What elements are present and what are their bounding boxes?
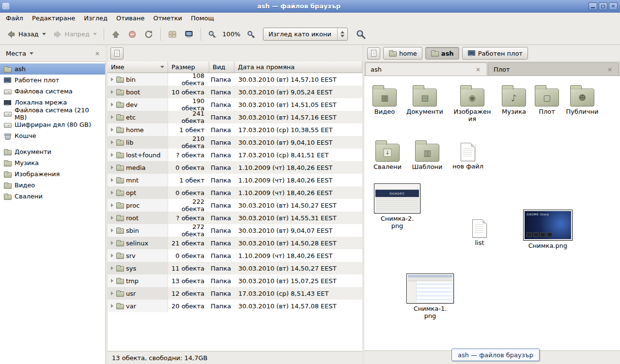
sidebar-selector-caret-icon[interactable] [30,52,33,55]
expander-icon[interactable] [111,191,113,195]
column-header-type[interactable]: Вид [209,61,234,73]
stop-button[interactable] [124,27,140,42]
expander-icon[interactable] [111,266,113,270]
table-row[interactable]: sys 11 обекта Папка 30.03.2010 (вт) 14,5… [108,262,362,274]
expander-icon[interactable] [111,90,113,94]
taskbar-window-button[interactable]: ash — файлов браузър [451,349,540,361]
expander-icon[interactable] [111,77,113,81]
expander-icon[interactable] [111,153,113,157]
table-row[interactable]: boot 10 обекта Папка 30.03.2010 (вт) 9,0… [108,86,362,98]
icon-item-pictures[interactable]: Изображения [452,85,493,123]
table-row[interactable]: home 1 обект Папка 17.03.2010 (ср) 10,38… [108,123,362,136]
maximize-button[interactable] [599,2,607,10]
icon-item-desktop[interactable]: Плот [527,85,567,116]
table-row[interactable]: mnt 1 обект Папка 1.10.2009 (чт) 18,40,2… [108,174,362,186]
expander-icon[interactable] [111,115,113,119]
table-row[interactable]: selinux 21 обекта Папка 30.03.2010 (вт) … [108,237,362,249]
sidebar-item[interactable]: Документи [0,146,105,157]
expander-icon[interactable] [111,254,113,258]
table-row[interactable]: bin 108 обекта Папка 30.03.2010 (вт) 14,… [108,73,362,86]
sidebar-item[interactable]: Работен плот [0,75,105,86]
sidebar-item[interactable]: ash [0,63,105,75]
menu-item[interactable]: Отиване [112,13,149,24]
table-row[interactable]: var 20 обекта Папка 30.03.2010 (вт) 14,5… [108,300,362,312]
home-button[interactable] [164,27,181,42]
sidebar-item[interactable]: Видео [0,180,105,191]
minimize-button[interactable] [589,2,597,10]
icon-item-snimka2[interactable]: GUADEC Снимка-2.png [373,183,421,230]
sidebar-item[interactable]: Музика [0,157,105,168]
sidebar-item[interactable]: Кошче [0,130,105,141]
search-button[interactable] [354,27,368,42]
icon-item-public[interactable]: Публични [562,85,603,116]
menu-item[interactable]: Помощ [186,13,218,24]
table-row[interactable]: dev 190 обекта Папка 30.03.2010 (вт) 14,… [108,98,362,111]
icon-item-templates[interactable]: Шаблони [407,140,448,171]
icon-item-snimka1[interactable]: Снимка-1.png [406,273,454,320]
expander-icon[interactable] [111,178,113,182]
location-toggle-button[interactable] [367,47,380,60]
reload-button[interactable] [140,27,157,42]
sidebar-item[interactable]: Файлова система (210 MB) [0,108,105,119]
computer-button[interactable] [181,27,197,42]
menu-item[interactable]: Изглед [79,13,112,24]
table-row[interactable]: proc 222 обекта Папка 30.03.2010 (вт) 14… [108,199,362,212]
icon-item-snimka[interactable]: GNOME Store Снимка.png [522,210,574,250]
expander-icon[interactable] [111,166,113,169]
expander-icon[interactable] [111,216,113,220]
location-toggle-button[interactable] [110,47,124,60]
table-row[interactable]: tmp 13 обекта Папка 30.03.2010 (вт) 15,0… [108,274,362,287]
table-row[interactable]: opt 0 обекта Папка 1.10.2009 (чт) 18,40,… [108,186,362,199]
table-row[interactable]: etc 241 обекта Папка 30.03.2010 (вт) 14,… [108,111,362,123]
breadcrumb-desktop[interactable]: Работен плот [462,47,528,60]
sidebar-item[interactable]: Шифриран дял (80 GB) [0,119,105,130]
menu-item[interactable]: Редактиране [28,13,79,24]
table-row[interactable]: media 0 обекта Папка 1.10.2009 (чт) 18,4… [108,161,362,174]
expander-icon[interactable] [111,140,113,144]
icon-item-downloads[interactable]: ↓ Свалени [367,140,408,171]
expander-icon[interactable] [111,291,113,295]
view-mode-spinner[interactable] [337,28,347,40]
expander-icon[interactable] [111,128,113,132]
tab-plot[interactable]: Плот [488,62,619,76]
table-row[interactable]: lib 210 обекта Папка 30.03.2010 (вт) 9,0… [108,136,362,149]
menu-item[interactable]: Отметки [149,13,186,24]
table-row[interactable]: srv 0 обекта Папка 1.10.2009 (чт) 18,40,… [108,249,362,262]
column-header-size[interactable]: Размер [168,61,209,73]
expander-icon[interactable] [111,279,113,283]
back-history-caret-icon[interactable] [42,33,46,35]
view-mode-select[interactable]: Изглед като икони [263,28,348,41]
breadcrumb-home[interactable]: home [383,47,422,60]
table-row[interactable]: lost+found ? обекта Папка 17.03.2010 (ср… [108,149,362,161]
icon-item-new-file[interactable]: нов файл [448,141,488,170]
expander-icon[interactable] [111,241,113,245]
sidebar-item[interactable]: Файлова система [0,86,105,97]
column-header-date[interactable]: Дата на промяна [234,61,362,73]
zoom-out-button[interactable]: − [204,28,219,41]
breadcrumb-ash[interactable]: ash [425,47,459,60]
expander-icon[interactable] [111,304,113,308]
icon-item-list[interactable]: list [459,217,500,247]
menu-item[interactable]: Файл [1,13,28,24]
zoom-in-button[interactable]: + [243,28,258,41]
back-button[interactable]: Назад [3,27,49,42]
expander-icon[interactable] [111,203,113,207]
icon-item-documents[interactable]: Документи [404,85,445,116]
table-row[interactable]: root ? обекта Папка 30.03.2010 (вт) 14,5… [108,212,362,224]
sidebar-item[interactable]: Изображения [0,168,105,180]
forward-button[interactable]: Напред [49,27,100,42]
tab-ash[interactable]: ash [365,62,487,76]
table-row[interactable]: usr 12 обекта Папка 17.03.2010 (ср) 8,51… [108,287,362,300]
expander-icon[interactable] [111,228,113,232]
column-header-name[interactable]: Име [108,61,168,73]
expander-icon[interactable] [111,103,113,106]
table-row[interactable]: sbin 272 обекта Папка 30.03.2010 (вт) 9,… [108,224,362,237]
tab-close-icon[interactable] [606,65,614,74]
sidebar-close-icon[interactable] [93,49,102,58]
sidebar-item[interactable]: Свалени [0,191,105,202]
close-button[interactable] [609,2,618,10]
tab-close-icon[interactable] [474,65,482,74]
titlebar[interactable]: ash — файлов браузър [0,0,620,13]
icon-item-video[interactable]: Видео [364,85,405,116]
up-button[interactable] [108,27,124,42]
